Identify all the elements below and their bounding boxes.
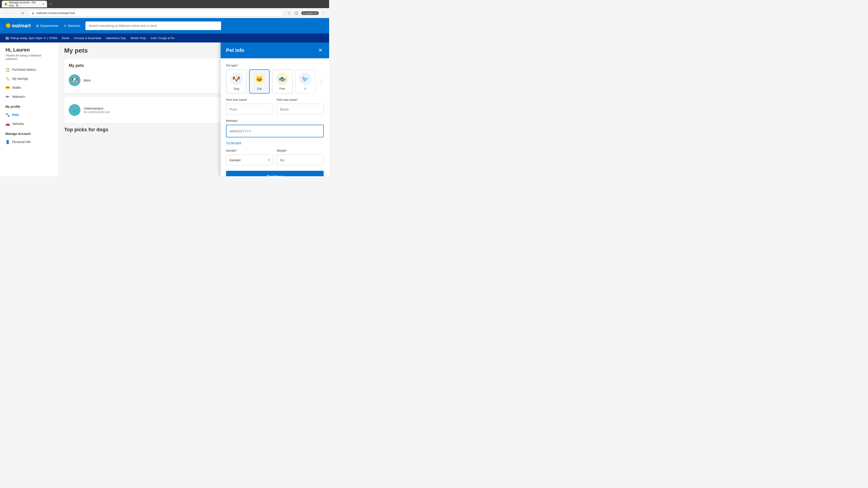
pet-info-panel: Pet info ✕ Pet type* 🐶 Dog 🐱 Cat <box>221 42 329 176</box>
zipcode: 07094 <box>49 36 57 40</box>
departments-icon: ⊞ <box>36 24 39 28</box>
weight-label: Weight* <box>277 149 324 152</box>
sidebar-item-label: Wallet <box>12 86 21 90</box>
pet-type-bird[interactable]: 🐦 B <box>295 69 316 94</box>
vet-info: Veterinarians No veterinarians yet <box>84 106 110 113</box>
cold-cough-nav-item[interactable]: Cold, Cough & Flu <box>151 36 175 40</box>
services-icon: ⊙ <box>64 24 66 28</box>
incognito-badge[interactable]: Incognito (3) <box>301 11 319 15</box>
gender-select-wrapper: Gender Male Female Unknown <box>226 155 273 165</box>
continue-button[interactable]: Continue <box>226 171 324 176</box>
sidebar-item-vehicles[interactable]: 🚗 Vehicles <box>5 119 53 128</box>
sidebar-item-wallet[interactable]: 💳 Wallet <box>5 83 53 92</box>
first-name-label: Pet's first name* <box>226 98 273 101</box>
address-bar[interactable]: 🔒 walmart.com/account/pet-hub <box>29 10 284 17</box>
weight-field: Weight* <box>277 149 324 165</box>
back-button[interactable]: ‹ <box>3 10 9 16</box>
sidebar-greeting: Hi, Lauren <box>5 47 53 53</box>
reload-button[interactable]: ↻ <box>20 10 26 16</box>
url-text: walmart.com/account/pet-hub <box>36 11 75 15</box>
sidebar-item-label: Vehicles <box>12 122 24 126</box>
overlay-body: Pet type* 🐶 Dog 🐱 Cat 🐟 Fish <box>221 58 329 176</box>
weight-input[interactable] <box>277 155 324 165</box>
pickup-label: Pickup today, 9pm-10pm <box>10 36 43 40</box>
pet-type-dog[interactable]: 🐶 Dog <box>226 69 247 94</box>
overlay-header: Pet info ✕ <box>221 42 329 58</box>
vet-avatar: 🩺 <box>69 104 81 116</box>
sidebar-subtext: Thanks for being a Walmart customer <box>5 54 53 61</box>
last-name-label: Pet's last name* <box>277 98 324 101</box>
pet-type-label: Pet type* <box>226 64 324 67</box>
pets-icon: 🐾 <box>5 112 10 117</box>
sidebar-item-my-savings[interactable]: 🏷️ My savings <box>5 74 53 83</box>
savings-icon: 🏷️ <box>5 76 10 81</box>
profile-button[interactable]: ◫ <box>293 10 300 16</box>
new-tab-button[interactable]: + <box>48 1 54 7</box>
sidebar-item-label: Purchase history <box>12 68 36 71</box>
purchase-history-icon: 📋 <box>5 67 10 72</box>
chevron-down-icon: ▾ <box>44 36 46 40</box>
birthday-section: Birthday* <box>226 119 324 137</box>
gender-field: Gender* Gender Male Female Unknown <box>226 149 273 165</box>
tab-close-button[interactable]: ✕ <box>42 3 44 6</box>
pet-type-fish[interactable]: 🐟 Fish <box>272 69 293 94</box>
pickup-info[interactable]: 🏬 Pickup today, 9pm-10pm ▾ | 07094 <box>5 36 57 40</box>
pet-types-list: 🐶 Dog 🐱 Cat 🐟 Fish 🐦 <box>226 69 324 94</box>
fish-label: Fish <box>280 87 285 90</box>
gender-select[interactable]: Gender Male Female Unknown <box>226 155 273 165</box>
departments-button[interactable]: ⊞ Departments <box>36 24 58 28</box>
sidebar-item-walmart-plus[interactable]: W+ Walmart+ <box>5 92 53 101</box>
vet-name: Veterinarians <box>84 106 110 110</box>
birthday-input[interactable] <box>226 125 324 137</box>
last-name-input[interactable] <box>277 104 324 115</box>
last-name-field: Pet's last name* <box>277 98 324 115</box>
vet-subtitle: No veterinarians yet <box>84 110 110 113</box>
overlay-title: Pet info <box>226 47 244 53</box>
walmart-plus-icon: W+ <box>5 94 10 99</box>
active-tab[interactable]: W Manage Account - Pet hub - W ✕ <box>2 1 47 7</box>
tab-favicon: W <box>4 2 7 6</box>
gender-weight-row: Gender* Gender Male Female Unknown Weigh… <box>226 149 324 165</box>
bird-icon: 🐦 <box>299 72 311 85</box>
lock-icon: 🔒 <box>31 11 35 14</box>
pet-type-section: Pet type* 🐶 Dog 🐱 Cat 🐟 Fish <box>226 64 324 94</box>
sidebar-item-personal-info[interactable]: 👤 Personal info <box>5 137 53 147</box>
walmart-logo[interactable]: ✱ walmart <box>5 22 31 30</box>
pet-avatar: 🐶 <box>69 74 81 86</box>
wallet-icon: 💳 <box>5 86 10 90</box>
first-name-input[interactable] <box>226 104 273 115</box>
search-input[interactable] <box>89 24 218 28</box>
sidebar-item-label: Pets <box>12 113 19 117</box>
manage-account-section-title: Manage Account <box>5 132 53 135</box>
pickup-icon: 🏬 <box>5 36 9 40</box>
browser-tab-bar: W Manage Account - Pet hub - W ✕ + <box>0 0 329 8</box>
services-button[interactable]: ⊙ Services <box>64 24 80 28</box>
my-profile-section-title: My profile <box>5 105 53 108</box>
birthday-label: Birthday* <box>226 119 324 123</box>
pet-type-cat[interactable]: 🐱 Cat <box>249 69 270 94</box>
browser-nav-bar: ‹ › ↻ 🔒 walmart.com/account/pet-hub ☆ ◫ … <box>0 8 329 18</box>
search-bar[interactable] <box>86 22 221 30</box>
cat-icon: 🐱 <box>253 72 266 85</box>
cat-label: Cat <box>257 87 261 90</box>
winter-prep-nav-item[interactable]: Winter Prep <box>130 36 146 40</box>
sidebar-item-pets[interactable]: 🐾 Pets <box>5 110 53 119</box>
walmart-header: ✱ walmart ⊞ Departments ⊙ Services <box>0 18 329 33</box>
dog-icon: 🐶 <box>230 72 243 85</box>
valentines-nav-item[interactable]: Valentine's Day <box>106 36 126 40</box>
spark-icon: ✱ <box>5 22 11 30</box>
sidebar-item-label: My savings <box>12 77 28 80</box>
pet-type-scroll-next[interactable]: › <box>318 78 324 85</box>
grocery-nav-item[interactable]: Grocery & Essentials <box>74 36 101 40</box>
deals-nav-item[interactable]: Deals <box>62 36 69 40</box>
forward-button[interactable]: › <box>11 10 18 16</box>
menu-button[interactable]: ⋮ <box>320 10 327 16</box>
not-sure-link[interactable]: I'm not sure <box>226 141 241 144</box>
personal-info-icon: 👤 <box>5 140 10 144</box>
sidebar-item-purchase-history[interactable]: 📋 Purchase history <box>5 65 53 74</box>
overlay-close-button[interactable]: ✕ <box>317 47 324 54</box>
gender-label: Gender* <box>226 149 273 152</box>
bookmark-button[interactable]: ☆ <box>286 10 292 16</box>
sub-nav: 🏬 Pickup today, 9pm-10pm ▾ | 07094 Deals… <box>0 33 329 42</box>
pipe-separator: | <box>47 36 48 40</box>
